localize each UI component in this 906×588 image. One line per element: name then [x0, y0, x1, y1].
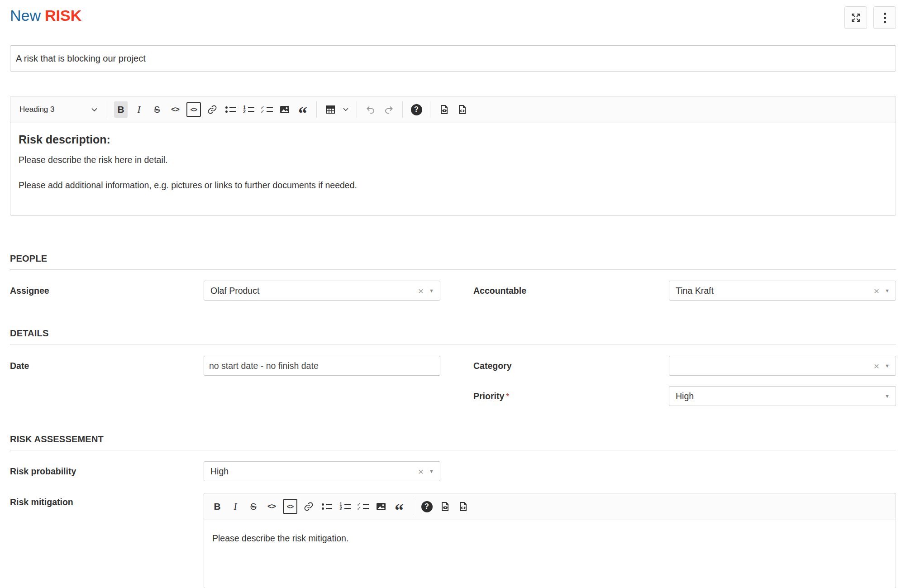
- priority-select[interactable]: High ▼: [669, 386, 896, 406]
- required-marker: *: [506, 392, 509, 401]
- fullscreen-button[interactable]: [844, 6, 867, 29]
- risk-mitigation-label: Risk mitigation: [10, 493, 204, 507]
- subject-input[interactable]: [10, 45, 896, 72]
- help-icon[interactable]: ?: [410, 101, 423, 118]
- priority-value: High: [669, 391, 883, 402]
- priority-caret-icon[interactable]: ▼: [883, 394, 896, 399]
- section-divider: [10, 450, 896, 450]
- section-people-title: PEOPLE: [10, 253, 896, 264]
- risk-probability-clear-icon[interactable]: ×: [415, 467, 427, 476]
- header-actions: [844, 6, 896, 29]
- risk-probability-caret-icon[interactable]: ▼: [427, 469, 440, 474]
- kebab-menu-icon: [884, 13, 886, 23]
- section-risk-title: RISK ASSESSEMENT: [10, 434, 896, 445]
- block-quote-icon[interactable]: “: [296, 101, 310, 118]
- link-icon[interactable]: [302, 498, 315, 515]
- bulleted-list-icon[interactable]: [224, 101, 237, 118]
- description-paragraph: Please add additional information, e.g. …: [19, 179, 887, 191]
- risk-probability-row: Risk probability High × ▼: [10, 461, 896, 481]
- description-paragraph: Please describe the risk here in detail.: [19, 153, 887, 166]
- risk-probability-label: Risk probability: [10, 466, 204, 477]
- risk-mitigation-row: Risk mitigation B I S <> <>: [10, 493, 896, 588]
- category-select[interactable]: × ▼: [669, 356, 896, 376]
- assignee-select[interactable]: Olaf Product × ▼: [204, 281, 440, 301]
- source-code-icon[interactable]: [456, 498, 470, 515]
- bulleted-list-icon[interactable]: [320, 498, 334, 515]
- section-divider: [10, 269, 896, 270]
- toolbar-separator: [107, 101, 107, 118]
- section-people: PEOPLE Assignee Olaf Product × ▼ Account…: [10, 253, 896, 301]
- risk-mitigation-editor: B I S <> <> 12: [204, 493, 896, 588]
- inline-code-icon[interactable]: <>: [265, 498, 278, 515]
- category-caret-icon[interactable]: ▼: [883, 363, 896, 368]
- chevron-down-icon: [91, 108, 97, 112]
- toolbar-separator: [316, 101, 317, 118]
- redo-icon[interactable]: [382, 101, 396, 118]
- assignee-label: Assignee: [10, 286, 204, 296]
- category-label: Category: [473, 361, 669, 371]
- description-editor: Heading 3 B I S <> <> 12: [10, 96, 896, 216]
- date-input[interactable]: [204, 356, 440, 376]
- accountable-caret-icon[interactable]: ▼: [883, 288, 896, 293]
- priority-label: Priority*: [473, 391, 669, 402]
- page-title-type: RISK: [45, 7, 81, 24]
- section-details-title: DETAILS: [10, 328, 896, 339]
- new-risk-form: NewRISK Heading 3: [0, 0, 906, 588]
- section-risk-assessment: RISK ASSESSEMENT Risk probability High ×…: [10, 434, 896, 588]
- risk-mitigation-content[interactable]: Please describe the risk mitigation.: [204, 520, 896, 588]
- description-content[interactable]: Risk description: Please describe the ri…: [10, 123, 896, 215]
- todo-list-icon[interactable]: ✓✓: [260, 101, 273, 118]
- bold-icon[interactable]: B: [114, 101, 128, 118]
- heading-dropdown[interactable]: Heading 3: [17, 100, 100, 119]
- more-options-button[interactable]: [873, 6, 896, 29]
- accountable-clear-icon[interactable]: ×: [870, 286, 883, 296]
- assignee-caret-icon[interactable]: ▼: [427, 288, 440, 293]
- italic-icon[interactable]: I: [229, 498, 242, 515]
- date-label: Date: [10, 361, 204, 371]
- insert-image-icon[interactable]: [278, 101, 291, 118]
- assignee-value: Olaf Product: [204, 286, 415, 296]
- preview-icon[interactable]: [438, 498, 452, 515]
- assignee-clear-icon[interactable]: ×: [415, 286, 427, 296]
- help-icon[interactable]: ?: [420, 498, 434, 515]
- italic-icon[interactable]: I: [132, 101, 146, 118]
- accountable-value: Tina Kraft: [669, 286, 870, 296]
- toolbar-separator: [402, 101, 403, 118]
- risk-probability-value: High: [204, 466, 415, 477]
- table-chevron-icon[interactable]: [342, 101, 350, 118]
- date-category-row: Date Category × ▼: [10, 356, 896, 376]
- strikethrough-icon[interactable]: S: [150, 101, 164, 118]
- inline-code-icon[interactable]: <>: [168, 101, 182, 118]
- undo-icon[interactable]: [364, 101, 377, 118]
- risk-probability-select[interactable]: High × ▼: [204, 461, 440, 481]
- page-title: NewRISK: [10, 5, 81, 25]
- form-header: NewRISK: [10, 0, 896, 28]
- description-heading: Risk description:: [19, 133, 887, 146]
- block-quote-icon[interactable]: “: [392, 498, 406, 515]
- heading-dropdown-label: Heading 3: [19, 105, 55, 114]
- accountable-select[interactable]: Tina Kraft × ▼: [669, 281, 896, 301]
- preview-icon[interactable]: [437, 101, 451, 118]
- description-toolbar: Heading 3 B I S <> <> 12: [10, 96, 896, 123]
- category-clear-icon[interactable]: ×: [870, 361, 883, 371]
- risk-mitigation-paragraph: Please describe the risk mitigation.: [212, 532, 887, 545]
- bold-icon[interactable]: B: [210, 498, 224, 515]
- assignee-row: Assignee Olaf Product × ▼ Accountable Ti…: [10, 281, 896, 301]
- accountable-label: Accountable: [473, 286, 669, 296]
- numbered-list-icon[interactable]: 12: [242, 101, 255, 118]
- code-block-icon[interactable]: <>: [283, 498, 297, 515]
- section-details: DETAILS Date Category × ▼ Priority*: [10, 328, 896, 406]
- insert-image-icon[interactable]: [374, 498, 388, 515]
- fullscreen-icon: [850, 12, 861, 23]
- source-code-icon[interactable]: [455, 101, 469, 118]
- section-divider: [10, 344, 896, 344]
- link-icon[interactable]: [205, 101, 219, 118]
- numbered-list-icon[interactable]: 12: [338, 498, 352, 515]
- toolbar-separator: [430, 101, 430, 118]
- insert-table-icon[interactable]: [324, 101, 337, 118]
- todo-list-icon[interactable]: ✓✓: [356, 498, 370, 515]
- strikethrough-icon[interactable]: S: [247, 498, 260, 515]
- toolbar-separator: [413, 498, 413, 515]
- page-title-prefix: New: [10, 7, 41, 24]
- code-block-icon[interactable]: <>: [186, 101, 201, 118]
